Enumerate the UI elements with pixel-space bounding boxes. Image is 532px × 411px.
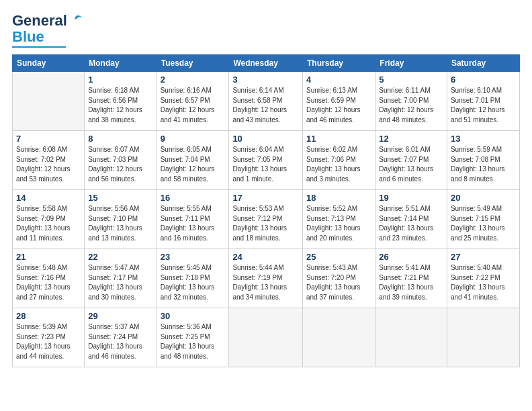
day-cell: 4Sunrise: 6:13 AMSunset: 6:59 PMDaylight… [302, 72, 375, 131]
day-cell: 1Sunrise: 6:18 AMSunset: 6:56 PMDaylight… [85, 72, 157, 131]
day-number: 14 [16, 193, 81, 203]
day-cell: 22Sunrise: 5:47 AMSunset: 7:17 PMDayligh… [85, 249, 157, 308]
day-info: Sunrise: 6:07 AMSunset: 7:03 PMDaylight:… [88, 145, 152, 184]
day-info: Sunrise: 5:44 AMSunset: 7:19 PMDaylight:… [232, 263, 299, 302]
day-info: Sunrise: 6:14 AMSunset: 6:58 PMDaylight:… [232, 86, 299, 125]
day-number: 4 [306, 75, 371, 85]
day-cell: 13Sunrise: 5:59 AMSunset: 7:08 PMDayligh… [447, 131, 519, 190]
day-number: 2 [161, 75, 226, 85]
day-cell: 9Sunrise: 6:05 AMSunset: 7:04 PMDaylight… [157, 131, 229, 190]
weekday-monday: Monday [85, 55, 157, 72]
week-row-5: 28Sunrise: 5:39 AMSunset: 7:23 PMDayligh… [13, 308, 520, 367]
day-cell: 8Sunrise: 6:07 AMSunset: 7:03 PMDaylight… [85, 131, 157, 190]
day-number: 11 [306, 134, 371, 144]
day-number: 8 [88, 134, 152, 144]
day-number: 24 [232, 252, 299, 262]
day-number: 29 [88, 311, 152, 321]
day-info: Sunrise: 5:41 AMSunset: 7:21 PMDaylight:… [379, 263, 443, 302]
day-number: 10 [232, 134, 299, 144]
weekday-thursday: Thursday [302, 55, 375, 72]
day-cell: 6Sunrise: 6:10 AMSunset: 7:01 PMDaylight… [447, 72, 519, 131]
day-cell: 11Sunrise: 6:02 AMSunset: 7:06 PMDayligh… [302, 131, 375, 190]
day-cell: 21Sunrise: 5:48 AMSunset: 7:16 PMDayligh… [13, 249, 85, 308]
day-number: 23 [161, 252, 226, 262]
weekday-friday: Friday [375, 55, 447, 72]
logo-general: General [12, 12, 67, 30]
day-cell: 29Sunrise: 5:37 AMSunset: 7:24 PMDayligh… [85, 308, 157, 367]
day-info: Sunrise: 5:47 AMSunset: 7:17 PMDaylight:… [88, 263, 152, 302]
day-number: 12 [379, 134, 443, 144]
day-cell: 25Sunrise: 5:43 AMSunset: 7:20 PMDayligh… [302, 249, 375, 308]
day-number: 30 [161, 311, 226, 321]
day-number: 19 [379, 193, 443, 203]
week-row-2: 7Sunrise: 6:08 AMSunset: 7:02 PMDaylight… [13, 131, 520, 190]
day-number: 15 [88, 193, 152, 203]
day-cell: 3Sunrise: 6:14 AMSunset: 6:58 PMDaylight… [229, 72, 303, 131]
day-info: Sunrise: 6:11 AMSunset: 7:00 PMDaylight:… [379, 86, 443, 125]
calendar-table: SundayMondayTuesdayWednesdayThursdayFrid… [12, 54, 520, 367]
logo-underline [12, 46, 66, 48]
day-cell: 20Sunrise: 5:49 AMSunset: 7:15 PMDayligh… [447, 190, 519, 249]
day-cell: 12Sunrise: 6:01 AMSunset: 7:07 PMDayligh… [375, 131, 447, 190]
day-info: Sunrise: 5:37 AMSunset: 7:24 PMDaylight:… [88, 322, 152, 361]
day-info: Sunrise: 5:39 AMSunset: 7:23 PMDaylight:… [16, 322, 81, 361]
day-number: 27 [451, 252, 516, 262]
day-cell [447, 308, 519, 367]
day-info: Sunrise: 5:48 AMSunset: 7:16 PMDaylight:… [16, 263, 81, 302]
day-cell: 30Sunrise: 5:36 AMSunset: 7:25 PMDayligh… [157, 308, 229, 367]
day-number: 25 [306, 252, 371, 262]
day-cell: 14Sunrise: 5:58 AMSunset: 7:09 PMDayligh… [13, 190, 85, 249]
day-info: Sunrise: 5:49 AMSunset: 7:15 PMDaylight:… [451, 204, 516, 243]
day-cell: 27Sunrise: 5:40 AMSunset: 7:22 PMDayligh… [447, 249, 519, 308]
week-row-1: 1Sunrise: 6:18 AMSunset: 6:56 PMDaylight… [13, 72, 520, 131]
day-info: Sunrise: 6:16 AMSunset: 6:57 PMDaylight:… [161, 86, 226, 125]
day-number: 16 [161, 193, 226, 203]
day-number: 5 [379, 75, 443, 85]
day-cell: 18Sunrise: 5:52 AMSunset: 7:13 PMDayligh… [302, 190, 375, 249]
day-number: 26 [379, 252, 443, 262]
day-info: Sunrise: 5:43 AMSunset: 7:20 PMDaylight:… [306, 263, 371, 302]
day-info: Sunrise: 6:13 AMSunset: 6:59 PMDaylight:… [306, 86, 371, 125]
day-info: Sunrise: 5:36 AMSunset: 7:25 PMDaylight:… [161, 322, 226, 361]
day-info: Sunrise: 5:53 AMSunset: 7:12 PMDaylight:… [232, 204, 299, 243]
day-number: 17 [232, 193, 299, 203]
day-number: 21 [16, 252, 81, 262]
day-number: 1 [88, 75, 152, 85]
day-number: 28 [16, 311, 81, 321]
day-info: Sunrise: 6:04 AMSunset: 7:05 PMDaylight:… [232, 145, 299, 184]
day-info: Sunrise: 5:51 AMSunset: 7:14 PMDaylight:… [379, 204, 443, 243]
weekday-header-row: SundayMondayTuesdayWednesdayThursdayFrid… [13, 55, 520, 72]
day-cell: 19Sunrise: 5:51 AMSunset: 7:14 PMDayligh… [375, 190, 447, 249]
day-info: Sunrise: 6:18 AMSunset: 6:56 PMDaylight:… [88, 86, 152, 125]
day-cell [302, 308, 375, 367]
day-info: Sunrise: 6:01 AMSunset: 7:07 PMDaylight:… [379, 145, 443, 184]
day-number: 20 [451, 193, 516, 203]
day-info: Sunrise: 5:52 AMSunset: 7:13 PMDaylight:… [306, 204, 371, 243]
weekday-tuesday: Tuesday [157, 55, 229, 72]
week-row-3: 14Sunrise: 5:58 AMSunset: 7:09 PMDayligh… [13, 190, 520, 249]
day-cell: 10Sunrise: 6:04 AMSunset: 7:05 PMDayligh… [229, 131, 303, 190]
day-info: Sunrise: 6:10 AMSunset: 7:01 PMDaylight:… [451, 86, 516, 125]
day-cell: 7Sunrise: 6:08 AMSunset: 7:02 PMDaylight… [13, 131, 85, 190]
day-info: Sunrise: 5:56 AMSunset: 7:10 PMDaylight:… [88, 204, 152, 243]
day-info: Sunrise: 5:58 AMSunset: 7:09 PMDaylight:… [16, 204, 81, 243]
page: General Blue SundayMondayTuesdayWednesda… [0, 0, 532, 411]
day-info: Sunrise: 6:02 AMSunset: 7:06 PMDaylight:… [306, 145, 371, 184]
day-cell: 28Sunrise: 5:39 AMSunset: 7:23 PMDayligh… [13, 308, 85, 367]
day-cell: 2Sunrise: 6:16 AMSunset: 6:57 PMDaylight… [157, 72, 229, 131]
logo: General Blue [12, 12, 83, 48]
day-info: Sunrise: 5:55 AMSunset: 7:11 PMDaylight:… [161, 204, 226, 243]
day-cell [229, 308, 303, 367]
day-cell [13, 72, 85, 131]
logo-bird-icon [69, 13, 83, 28]
day-cell: 16Sunrise: 5:55 AMSunset: 7:11 PMDayligh… [157, 190, 229, 249]
day-cell: 26Sunrise: 5:41 AMSunset: 7:21 PMDayligh… [375, 249, 447, 308]
day-cell: 5Sunrise: 6:11 AMSunset: 7:00 PMDaylight… [375, 72, 447, 131]
weekday-wednesday: Wednesday [229, 55, 303, 72]
day-cell [375, 308, 447, 367]
day-cell: 15Sunrise: 5:56 AMSunset: 7:10 PMDayligh… [85, 190, 157, 249]
weekday-sunday: Sunday [13, 55, 85, 72]
day-info: Sunrise: 5:45 AMSunset: 7:18 PMDaylight:… [161, 263, 226, 302]
day-info: Sunrise: 5:40 AMSunset: 7:22 PMDaylight:… [451, 263, 516, 302]
day-cell: 17Sunrise: 5:53 AMSunset: 7:12 PMDayligh… [229, 190, 303, 249]
